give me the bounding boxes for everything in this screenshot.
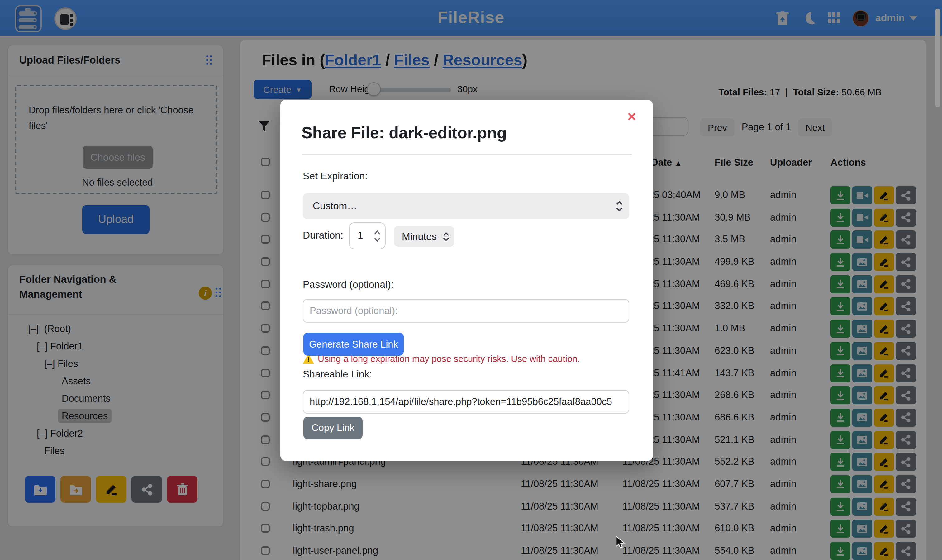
close-icon[interactable]: ✕ [627,110,637,124]
duration-input[interactable]: 1 [349,222,386,249]
password-label: Password (optional): [303,279,394,290]
mouse-cursor [616,536,627,549]
duration-unit-select[interactable]: Minutes [394,226,454,247]
shareable-link-input[interactable] [303,390,629,414]
copy-link-button[interactable]: Copy Link [303,417,363,439]
expiration-value: Custom… [313,201,357,211]
expiration-label: Set Expiration: [303,171,368,182]
duration-label: Duration: [303,230,343,241]
select-chevrons-icon [616,200,623,212]
duration-unit-value: Minutes [402,231,437,242]
select-chevrons-icon [443,231,449,242]
password-input[interactable] [303,299,629,323]
modal-title: Share File: dark-editor.png [302,123,507,143]
app: FileRise admin Upload Files/Folders Drop… [0,0,942,560]
share-file-modal: ✕ Share File: dark-editor.png Set Expira… [280,100,653,461]
scrollbar-thumb[interactable] [935,9,940,107]
expiration-select[interactable]: Custom… [303,193,629,219]
stepper-icon[interactable] [374,229,381,243]
shareable-link-label: Shareable Link: [303,369,372,380]
generate-share-link-button[interactable]: Generate Share Link [303,332,404,356]
duration-value: 1 [358,230,363,241]
